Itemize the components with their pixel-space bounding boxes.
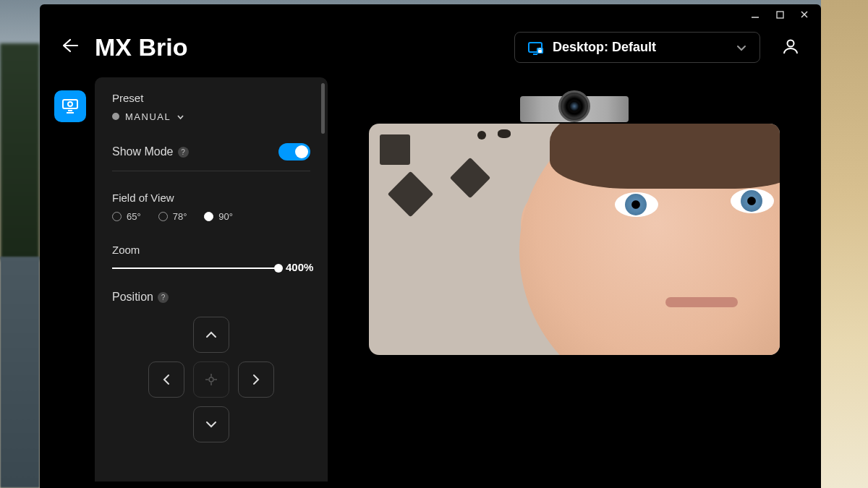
position-dpad bbox=[112, 317, 310, 442]
desktop-background-right bbox=[821, 0, 868, 488]
chevron-down-icon bbox=[176, 110, 184, 123]
monitor-lock-icon bbox=[528, 42, 542, 53]
show-mode-label: Show Mode ? bbox=[112, 145, 189, 158]
svg-point-10 bbox=[68, 102, 72, 106]
position-down-button[interactable] bbox=[193, 406, 229, 442]
position-label: Position ? bbox=[112, 291, 310, 304]
zoom-value: 400% bbox=[286, 261, 313, 273]
chevron-down-icon bbox=[736, 42, 746, 53]
fov-options: 65° 78° 90° bbox=[112, 211, 310, 222]
panel-scrollbar[interactable] bbox=[321, 83, 325, 134]
camera-device-button[interactable] bbox=[54, 90, 86, 122]
position-up-button[interactable] bbox=[193, 317, 229, 353]
preset-label: Preset bbox=[112, 92, 310, 104]
preview-area bbox=[328, 77, 821, 481]
zoom-slider[interactable]: 400% bbox=[112, 267, 278, 269]
radio-icon bbox=[158, 212, 168, 221]
webcam-device-graphic bbox=[520, 90, 629, 127]
fov-label: Field of View bbox=[112, 192, 310, 204]
position-center-button[interactable] bbox=[193, 361, 229, 398]
preset-selector[interactable]: MANUAL bbox=[112, 110, 310, 123]
help-icon[interactable]: ? bbox=[178, 147, 189, 158]
window-close-button[interactable] bbox=[795, 7, 814, 22]
preset-dot-icon bbox=[112, 113, 119, 120]
app-header: MX Brio Desktop: Default bbox=[40, 25, 821, 77]
position-left-button[interactable] bbox=[148, 361, 184, 398]
back-button[interactable] bbox=[61, 38, 79, 57]
preset-value: MANUAL bbox=[125, 111, 171, 122]
slider-thumb[interactable] bbox=[274, 264, 283, 273]
position-right-button[interactable] bbox=[238, 361, 274, 398]
svg-point-8 bbox=[788, 40, 794, 46]
radio-icon bbox=[112, 212, 122, 221]
fov-option-90[interactable]: 90° bbox=[204, 211, 233, 222]
zoom-section: Zoom 400% bbox=[112, 244, 310, 269]
camera-preview bbox=[369, 124, 780, 355]
show-mode-toggle[interactable] bbox=[278, 143, 310, 160]
settings-panel: Preset MANUAL Show Mode ? Field of View bbox=[95, 77, 328, 481]
show-mode-row: Show Mode ? bbox=[112, 143, 310, 160]
profile-selector[interactable]: Desktop: Default bbox=[514, 32, 760, 63]
desktop-background-trees bbox=[0, 43, 40, 260]
fov-option-78[interactable]: 78° bbox=[158, 211, 187, 222]
svg-rect-7 bbox=[538, 50, 542, 53]
page-title: MX Brio bbox=[95, 33, 514, 61]
account-button[interactable] bbox=[782, 38, 799, 58]
svg-rect-1 bbox=[777, 12, 783, 18]
help-icon[interactable]: ? bbox=[158, 292, 169, 303]
svg-rect-9 bbox=[63, 100, 77, 108]
profile-label: Desktop: Default bbox=[553, 40, 726, 55]
window-maximize-button[interactable] bbox=[770, 7, 789, 22]
window-minimize-button[interactable] bbox=[746, 7, 765, 22]
radio-selected-icon bbox=[204, 212, 213, 221]
divider bbox=[112, 171, 310, 171]
toggle-knob bbox=[295, 145, 308, 158]
app-window: MX Brio Desktop: Default bbox=[40, 4, 821, 488]
window-titlebar bbox=[40, 4, 821, 25]
side-dock bbox=[54, 77, 89, 481]
app-body: Preset MANUAL Show Mode ? Field of View bbox=[40, 77, 821, 481]
desktop-background-water bbox=[0, 257, 40, 488]
fov-option-65[interactable]: 65° bbox=[112, 211, 141, 222]
svg-point-13 bbox=[209, 377, 213, 382]
zoom-label: Zoom bbox=[112, 244, 310, 256]
